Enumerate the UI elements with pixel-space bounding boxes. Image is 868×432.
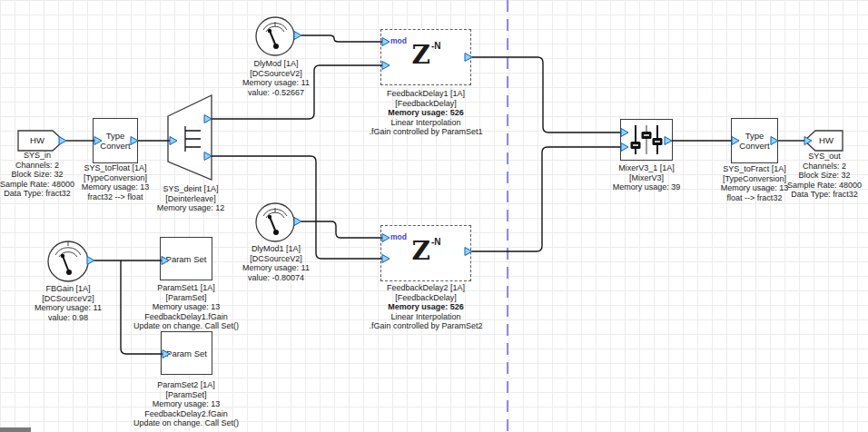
label-line: [ParamSet] [113, 390, 259, 400]
label-line: Update on change. Call Set() [113, 418, 259, 428]
z-glyph: Z [411, 43, 429, 68]
fd1-labels: FeedbackDelay1 [1A][FeedbackDelay]Memory… [349, 89, 503, 137]
label-line: [Deinterleave] [123, 194, 259, 204]
port-sysin-out[interactable] [59, 137, 66, 145]
label-line: FeedbackDelay1 [1A] [349, 89, 503, 99]
label-line: [FeedbackDelay] [349, 293, 503, 303]
label-line: value: -0.80074 [208, 273, 344, 283]
port-ps1-in[interactable] [162, 257, 169, 265]
z-glyph: Z [411, 239, 429, 264]
port-ps2-in[interactable] [163, 350, 170, 358]
dlymod-labels: DlyMod [1A][DCSourceV2]Memory usage: 11v… [208, 59, 344, 97]
label-line: Data Type: fract32 [770, 190, 868, 200]
label-line: DlyMod1 [1A] [208, 244, 344, 254]
label-line: .fGain controlled by ParamSet2 [349, 321, 503, 331]
port-fbgain-out[interactable] [87, 257, 94, 265]
port-dlymod1-out[interactable] [294, 218, 301, 226]
ps1-labels: ParamSet1 [1A][ParamSet]Memory usage: 13… [113, 283, 259, 331]
port-dlymod-out[interactable] [294, 32, 301, 40]
label-line: Memory usage: 11 [208, 263, 344, 273]
wire-dlymod-fd1mod[interactable] [301, 35, 383, 42]
label-line: SYS_out [770, 152, 868, 162]
port-sysout-in[interactable] [804, 137, 812, 145]
label-line: [ParamSet] [113, 293, 259, 303]
fd1-mod-label: mod [390, 36, 407, 46]
port-mixer-out[interactable] [665, 137, 672, 145]
label-line: [FeedbackDelay] [349, 99, 503, 109]
label-line: Sample Rate: 48000 [770, 181, 868, 191]
label-line: [DCSourceV2] [208, 69, 344, 79]
label-line: Linear Interpolation [349, 312, 503, 322]
port-tc1-out[interactable] [131, 137, 138, 145]
fd2-labels: FeedbackDelay2 [1A][FeedbackDelay]Memory… [349, 283, 503, 331]
label-line: SYS_deint [1A] [123, 184, 259, 194]
label-line: Memory usage: 12 [123, 203, 259, 213]
label-line: FeedbackDelay2.fGain [113, 409, 259, 419]
label-line: Block Size: 32 [770, 171, 868, 181]
label-line: FeedbackDelay1.fGain [113, 312, 259, 322]
port-deint-out2[interactable] [204, 152, 212, 161]
label-line: Channels: 2 [770, 162, 868, 172]
label-line: Update on change. Call Set() [113, 321, 259, 331]
label-line: SYS_in [0, 151, 105, 161]
port-deint-in[interactable] [170, 137, 177, 145]
ps2-labels: ParamSet2 [1A][ParamSet]Memory usage: 13… [113, 380, 259, 428]
label-line: SYS_toFloat [1A] [47, 163, 183, 173]
label-line: DlyMod [1A] [208, 59, 344, 69]
wire-dlymod1-fd2mod[interactable] [301, 221, 383, 238]
label-line: Linear Interpolation [349, 118, 503, 128]
label-line: FeedbackDelay2 [1A] [349, 283, 503, 293]
dlymod1-labels: DlyMod1 [1A][DCSourceV2]Memory usage: 11… [208, 244, 344, 282]
label-line: .fGain controlled by ParamSet1 [349, 127, 503, 137]
port-mixer-in1[interactable] [621, 129, 628, 137]
port-tc2-out[interactable] [771, 137, 778, 145]
port-deint-out1[interactable] [204, 115, 212, 123]
port-tc2-in[interactable] [732, 137, 739, 145]
label-line: [TypeConversion] [47, 173, 183, 183]
sys-out-hw-text: HW [812, 135, 841, 145]
label-line: ParamSet1 [1A] [113, 283, 259, 293]
label-line: Memory usage: 13 [113, 399, 259, 409]
label-line: value: -0.52667 [208, 88, 344, 98]
z-exponent: -N [431, 41, 441, 51]
diagram-canvas[interactable]: Type Convert Type Convert Param Set Para… [0, 0, 868, 432]
label-line: [DCSourceV2] [208, 254, 344, 264]
scrollbar-fragment [0, 427, 31, 432]
port-mixer-in2[interactable] [621, 143, 628, 152]
fd2-mod-label: mod [390, 232, 407, 242]
label-line: Memory usage: 526 [349, 302, 503, 312]
z-exponent: -N [431, 237, 441, 247]
deint-labels: SYS_deint [1A][Deinterleave]Memory usage… [123, 184, 259, 213]
label-line: ParamSet2 [1A] [113, 380, 259, 390]
label-line: Memory usage: 13 [113, 302, 259, 312]
label-line: Memory usage: 526 [349, 108, 503, 118]
sys-in-hw-text: HW [19, 135, 55, 145]
label-line: Memory usage: 11 [208, 78, 344, 88]
port-tc1-in[interactable] [94, 137, 102, 145]
sys-out-labels: SYS_outChannels: 2Block Size: 32Sample R… [770, 152, 868, 200]
